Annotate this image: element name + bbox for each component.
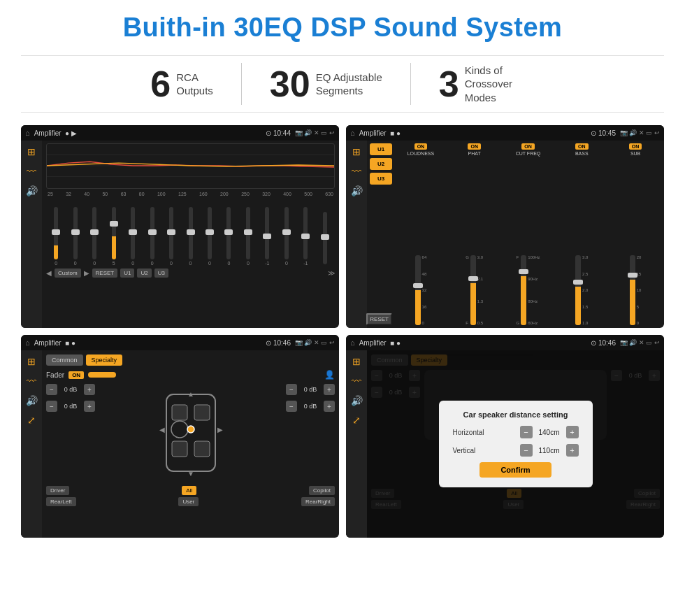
fader-on-badge[interactable]: ON bbox=[68, 371, 84, 379]
fader-profile-icon[interactable]: 👤 bbox=[324, 370, 335, 380]
fader-expand-icon[interactable]: ⤢ bbox=[27, 415, 36, 426]
preset-u3[interactable]: U3 bbox=[370, 173, 392, 185]
fader-main: Common Specialty Fader ON 👤 bbox=[42, 350, 339, 538]
eq-slider-6[interactable]: 0 bbox=[143, 207, 160, 266]
distance-panel-content: ⊞ 〰 🔊 ⤢ Common Specialty −0 dB+ bbox=[346, 350, 664, 538]
modal-horizontal-row: Horizontal − 140cm + bbox=[453, 426, 579, 438]
db-minus-4[interactable]: − bbox=[286, 401, 297, 412]
stats-row: 6 RCAOutputs 30 EQ AdjustableSegments 3 … bbox=[21, 55, 664, 113]
fader-tab-common[interactable]: Common bbox=[46, 354, 83, 366]
rearleft-btn[interactable]: RearLeft bbox=[46, 497, 76, 506]
fader-wave-icon[interactable]: 〰 bbox=[27, 375, 36, 387]
crossover-reset-btn[interactable]: RESET bbox=[366, 313, 392, 325]
svg-point-8 bbox=[171, 421, 188, 438]
crossover-filter-icon[interactable]: ⊞ bbox=[352, 146, 361, 157]
horizontal-plus-btn[interactable]: + bbox=[566, 426, 579, 438]
home-icon-3[interactable]: ⌂ bbox=[25, 338, 30, 347]
preset-u2[interactable]: U2 bbox=[370, 158, 392, 170]
eq-slider-12[interactable]: -1 bbox=[259, 207, 275, 266]
distance-wave-icon[interactable]: 〰 bbox=[352, 375, 361, 387]
eq-slider-14[interactable]: -1 bbox=[297, 207, 314, 266]
vertical-minus-btn[interactable]: − bbox=[520, 444, 533, 457]
home-icon[interactable]: ⌂ bbox=[25, 129, 30, 137]
eq-preset-custom[interactable]: Custom bbox=[55, 268, 81, 278]
eq-curve-svg bbox=[47, 144, 334, 188]
db-plus-1[interactable]: + bbox=[84, 384, 95, 395]
distance-expand-icon[interactable]: ⤢ bbox=[352, 415, 361, 426]
sub-slider[interactable] bbox=[630, 255, 635, 325]
distance-speaker-icon[interactable]: 🔊 bbox=[351, 395, 363, 406]
sub-on[interactable]: ON bbox=[629, 143, 642, 150]
stat-eq-label: EQ AdjustableSegments bbox=[316, 71, 382, 98]
home-icon-4[interactable]: ⌂ bbox=[350, 338, 355, 347]
eq-slider-8[interactable]: 0 bbox=[182, 207, 199, 266]
bass-on[interactable]: ON bbox=[575, 143, 589, 150]
fader-filter-icon[interactable]: ⊞ bbox=[27, 356, 36, 367]
preset-u1[interactable]: U1 bbox=[370, 143, 392, 155]
distance-filter-icon[interactable]: ⊞ bbox=[352, 356, 361, 367]
fader-time: ⊙ 10:46 bbox=[266, 339, 291, 347]
eq-u3-btn[interactable]: U3 bbox=[154, 268, 168, 278]
phat-slider-g[interactable] bbox=[470, 255, 476, 325]
eq-slider-15[interactable] bbox=[317, 212, 333, 266]
fader-panel-content: ⊞ 〰 🔊 ⤢ Common Specialty Fader ON bbox=[21, 350, 339, 538]
eq-slider-9[interactable]: 0 bbox=[201, 207, 218, 266]
fader-tab-specialty[interactable]: Specialty bbox=[86, 354, 123, 366]
driver-btn[interactable]: Driver bbox=[46, 486, 69, 495]
db-plus-4[interactable]: + bbox=[324, 401, 335, 412]
svg-rect-4 bbox=[172, 405, 187, 420]
eq-speaker-icon[interactable]: 🔊 bbox=[26, 185, 38, 196]
eq-wave-icon[interactable]: 〰 bbox=[27, 166, 36, 177]
distance-panel-title: Amplifier ■ ● bbox=[359, 339, 587, 347]
fader-bottom-row: Driver All Copilot bbox=[46, 486, 335, 495]
eq-slider-11[interactable]: 0 bbox=[240, 207, 257, 266]
db-value-3: 0 dB bbox=[300, 386, 321, 393]
crossover-time: ⊙ 10:45 bbox=[591, 129, 616, 137]
db-minus-2[interactable]: − bbox=[46, 401, 57, 412]
db-minus-3[interactable]: − bbox=[286, 384, 297, 395]
eq-slider-3[interactable]: 0 bbox=[86, 207, 103, 266]
eq-slider-7[interactable]: 0 bbox=[163, 207, 180, 266]
vertical-plus-btn[interactable]: + bbox=[566, 444, 579, 457]
eq-slider-5[interactable]: 0 bbox=[124, 207, 141, 266]
eq-prev-arrow[interactable]: ◀ bbox=[46, 269, 52, 277]
cutfreq-slider[interactable] bbox=[521, 255, 526, 325]
bass-slider[interactable] bbox=[575, 255, 581, 325]
db-plus-3[interactable]: + bbox=[324, 384, 335, 395]
copilot-btn[interactable]: Copilot bbox=[309, 486, 335, 495]
loudness-on[interactable]: ON bbox=[414, 143, 428, 150]
eq-slider-4[interactable]: 5 bbox=[105, 207, 122, 266]
all-btn[interactable]: All bbox=[182, 486, 196, 495]
user-btn[interactable]: User bbox=[178, 497, 199, 506]
home-icon-2[interactable]: ⌂ bbox=[350, 129, 355, 137]
fader-right-db: − 0 dB + − 0 dB + bbox=[286, 384, 335, 412]
eq-next-arrow[interactable]: ▶ bbox=[84, 269, 89, 277]
eq-u2-btn[interactable]: U2 bbox=[137, 268, 151, 278]
channel-cutfreq: ON CUT FREQ FG 100Hz90Hz80Hz60Hz bbox=[503, 143, 554, 325]
crossover-wave-icon[interactable]: 〰 bbox=[352, 166, 361, 177]
loudness-slider[interactable] bbox=[415, 255, 421, 325]
screenshots-grid: ⌂ Amplifier ● ▶ ⊙ 10:44 📷 🔊 ✕ ▭ ↩ ⊞ 〰 🔊 bbox=[21, 125, 664, 538]
fader-left-db: − 0 dB + − 0 dB + bbox=[46, 384, 95, 412]
confirm-button[interactable]: Confirm bbox=[480, 462, 551, 478]
eq-slider-2[interactable]: 0 bbox=[66, 207, 83, 266]
cutfreq-on[interactable]: ON bbox=[521, 143, 535, 150]
db-minus-1[interactable]: − bbox=[46, 384, 57, 395]
eq-more-icon[interactable]: ≫ bbox=[328, 269, 335, 277]
eq-slider-13[interactable]: 0 bbox=[278, 207, 295, 266]
crossover-speaker-icon[interactable]: 🔊 bbox=[351, 185, 363, 196]
crossover-panel-content: ⊞ 〰 🔊 U1 U2 U3 RESET ON LO bbox=[346, 141, 664, 328]
eq-u1-btn[interactable]: U1 bbox=[120, 268, 134, 278]
horizontal-minus-btn[interactable]: − bbox=[520, 426, 533, 438]
eq-filter-icon[interactable]: ⊞ bbox=[27, 146, 36, 157]
fader-horizontal-slider[interactable] bbox=[88, 372, 116, 378]
eq-slider-10[interactable]: 0 bbox=[220, 207, 237, 266]
fader-speaker-icon[interactable]: 🔊 bbox=[26, 395, 38, 406]
phat-on[interactable]: ON bbox=[468, 143, 481, 150]
rearright-btn[interactable]: RearRight bbox=[301, 497, 335, 506]
crossover-channels: ON LOUDNESS 644832160 ON bbox=[395, 143, 661, 325]
db-plus-2[interactable]: + bbox=[84, 401, 95, 412]
eq-slider-1[interactable]: 0 bbox=[48, 207, 64, 266]
eq-reset-btn[interactable]: RESET bbox=[92, 268, 118, 278]
svg-text:▶: ▶ bbox=[217, 426, 223, 434]
